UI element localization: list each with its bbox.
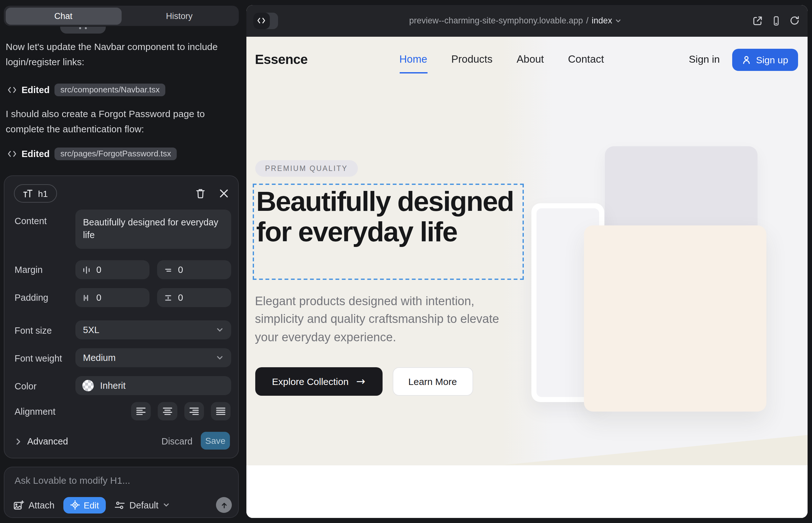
sign-up-label: Sign up [756,54,788,65]
trash-icon [195,188,206,198]
edit-mode-button[interactable]: Edit [63,497,106,513]
edit-label: Edit [84,500,99,510]
align-justify-icon [216,407,226,415]
site-preview: Essence Home Products About Contact Sign… [246,36,808,518]
font-weight-label: Font weight [15,353,62,363]
align-center-button[interactable] [158,402,177,420]
sign-up-button[interactable]: Sign up [732,49,798,71]
content-label: Content [15,216,47,226]
code-icon [7,150,16,157]
image-plus-icon [13,500,24,510]
edited-label: Edited [21,148,50,159]
font-size-value: 5XL [83,325,100,335]
edited-label: Edited [21,85,50,95]
padding-y-input[interactable] [178,292,216,303]
nav-links: Home Products About Contact [399,36,604,82]
chevron-down-icon [163,502,170,508]
font-weight-select[interactable]: Medium [75,348,231,367]
selected-element-pill[interactable]: h1 [14,184,57,203]
url-separator: / [586,16,589,25]
attach-button[interactable]: Attach [13,500,54,510]
arrow-right-icon: → [356,375,366,387]
site-logo[interactable]: Essence [255,36,307,82]
padding-vertical-icon [164,293,172,302]
advanced-label: Advanced [27,436,68,446]
nav-link-home[interactable]: Home [399,53,427,65]
nav-link-contact[interactable]: Contact [568,53,604,65]
hero-heading[interactable]: Beautifully designed for everyday life [256,186,520,247]
lovable-side-panel: Chat History Now let's update the Navbar… [0,0,246,523]
hero-section: Essence Home Products About Contact Sign… [246,36,808,465]
explore-collection-button[interactable]: Explore Collection → [255,367,382,395]
app-root: Chat History Now let's update the Navbar… [0,0,812,523]
align-center-icon [163,407,172,415]
chat-history-tabs: Chat History [4,6,239,26]
tab-history[interactable]: History [121,7,237,24]
code-icon [7,86,16,93]
margin-y-field[interactable] [157,260,231,279]
save-button[interactable]: Save [201,432,230,450]
content-textarea[interactable]: Beautifully designed for everyday life [75,210,231,249]
assistant-message: Now let's update the Navbar component to… [6,39,236,70]
font-size-select[interactable]: 5XL [75,320,231,339]
chat-composer: Attach Edit De [4,467,239,518]
chevron-down-icon [615,17,622,24]
font-size-label: Font size [15,325,52,336]
composer-input[interactable] [15,475,224,486]
padding-x-field[interactable] [75,288,149,307]
device-preview-button[interactable] [772,16,781,26]
cta-primary-label: Explore Collection [272,376,349,386]
edited-file-row: Edited src/pages/ForgotPassword.tsx [7,146,177,161]
nav-link-products[interactable]: Products [451,53,492,65]
delete-element-button[interactable] [193,186,207,200]
chevron-down-icon [216,326,224,334]
nav-link-about[interactable]: About [516,53,544,65]
hero-badge: PREMIUM QUALITY [255,160,358,176]
margin-x-input[interactable] [96,265,134,275]
browser-chrome: preview--charming-site-symphony.lovable.… [246,5,808,36]
transparent-swatch-icon [82,380,94,391]
composer-toolbar: Attach Edit De [13,497,232,513]
advanced-toggle[interactable]: Advanced [15,436,68,446]
file-chip[interactable]: src/components/Navbar.tsx [55,83,166,96]
site-navbar: Essence Home Products About Contact Sign… [246,36,808,82]
font-weight-value: Medium [83,353,116,363]
align-left-button[interactable] [131,402,151,420]
edited-file-row: Edited src/components/Navbar.tsx [7,82,165,97]
align-justify-button[interactable] [211,402,231,420]
browser-actions [753,5,799,36]
refresh-icon [790,16,799,25]
chevron-down-icon [216,354,224,362]
sliders-icon [114,501,125,509]
learn-more-button[interactable]: Learn More [392,367,473,395]
scrolled-collapsed-chip[interactable] [60,26,106,34]
user-icon [741,55,751,64]
chat-mode-select[interactable]: Default [114,500,170,510]
assistant-message: I should also create a Forgot Password p… [6,106,236,137]
padding-label: Padding [15,292,48,303]
tab-chat[interactable]: Chat [5,7,121,24]
send-button[interactable] [216,497,232,513]
padding-y-field[interactable] [157,288,231,307]
selected-heading-outline[interactable]: Beautifully designed for everyday life [252,183,524,279]
margin-x-field[interactable] [75,260,149,279]
url-bar[interactable]: preview--charming-site-symphony.lovable.… [246,5,808,36]
target-icon [70,500,80,510]
open-external-button[interactable] [753,16,763,26]
url-page: index [592,16,612,25]
dot-icon [79,27,81,29]
margin-y-input[interactable] [178,265,216,275]
alignment-label: Alignment [15,407,55,417]
sign-in-link[interactable]: Sign in [689,36,720,82]
file-chip[interactable]: src/pages/ForgotPassword.tsx [55,147,177,160]
hero-description: Elegant products designed with intention… [255,292,510,346]
refresh-button[interactable] [790,16,799,25]
discard-button[interactable]: Discard [161,436,193,446]
color-label: Color [15,381,36,391]
url-domain: preview--charming-site-symphony.lovable.… [409,16,583,25]
align-left-icon [136,407,146,415]
close-editor-button[interactable] [217,186,231,200]
align-right-button[interactable] [184,402,204,420]
color-select[interactable]: Inherit [75,376,231,395]
padding-x-input[interactable] [96,292,134,303]
